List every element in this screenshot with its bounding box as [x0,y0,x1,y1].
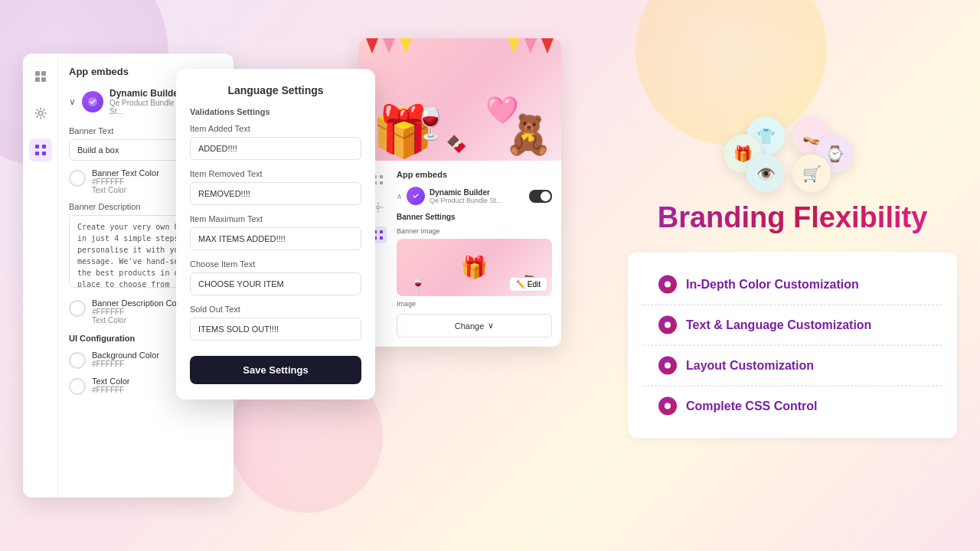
branding-title: Branding Flexibility [628,202,957,234]
wine-bottle-emoji: 🍷 [410,104,450,142]
feature-bullet-2 [658,315,677,334]
svg-rect-6 [42,145,46,148]
center-panel-body: App embeds ∧ Dynamic Builder Qe Product … [358,161,561,347]
modal-field-removed-input[interactable] [190,182,361,205]
center-image-label: Image [397,300,552,308]
modal-field-choose-label: Choose Item Text [190,259,361,269]
modal-field-added-label: Item Added Text [190,124,361,133]
store-banner: 🎁 🍷 🧸 🩷 🍫 [358,38,561,161]
bg-color-swatch[interactable] [69,352,86,369]
right-panel: 👕 👡 🎁 ⌚ 👁️ 🛒 Branding Flexibility [628,113,957,439]
gift-icon: 🎁 [733,145,753,163]
svg-rect-0 [35,71,40,76]
watch-icon: ⌚ [825,145,844,163]
feature-bullet-3 [658,356,677,374]
center-expand-icon[interactable]: ∧ [397,192,402,201]
modal-field-soldout-input[interactable] [190,318,361,341]
main-container: App embeds ∨ Dynamic Builder Qe Product … [0,0,980,551]
center-app-name: Dynamic Builder [430,188,524,197]
svg-rect-2 [35,77,40,82]
feature-text-1: In-Depth Color Customization [686,277,859,291]
svg-rect-18 [380,236,383,240]
modal-title: Language Settings [190,84,361,96]
cluster-icon-cart: 🛒 [792,155,831,193]
bg-color-label: Background Color [92,350,159,360]
banner-desc-color-hex: #FFFFFF [92,308,186,316]
feature-item-4: Complete CSS Control [643,386,942,425]
feature-bullet-inner-4 [665,403,671,409]
banner-text-color-label: Banner Text Color [92,168,159,178]
save-settings-button[interactable]: Save Settings [190,356,361,384]
text-color-info: Text Color #FFFFFF [92,377,130,394]
heart-emoji: 🩷 [485,95,519,126]
center-app-icon [407,187,425,205]
language-settings-modal: Language Settings Validations Settings I… [176,69,375,399]
banner-desc-color-label: Banner Description Color [92,298,186,308]
banner-text-color-hex: #FFFFFF [92,178,159,186]
feature-list: In-Depth Color Customization Text & Lang… [628,252,957,438]
text-color-hex: #FFFFFF [92,386,130,394]
center-app-embed-row: ∧ Dynamic Builder Qe Product Bundle St..… [397,187,552,205]
sidebar-nav [23,54,58,497]
shirt-icon: 👕 [756,127,776,145]
modal-field-max-label: Item Maximum Text [190,214,361,223]
text-color-swatch[interactable] [69,378,86,395]
edit-button-label: Edit [528,280,541,289]
cluster-icon-eye: 👁️ [746,155,785,193]
modal-field-max: Item Maximum Text [190,214,361,250]
feature-bullet-1 [658,275,677,293]
chocolate-emoji: 🍫 [446,135,467,155]
svg-rect-16 [380,230,383,233]
modal-field-added-input[interactable] [190,137,361,160]
preview-bottle-emoji: 🍷 [410,278,426,292]
banner-edit-button[interactable]: ✏️ Edit [509,277,547,292]
banner-text-color-type: Text Color [92,186,159,194]
banner-gift-area: 🎁 🍷 🧸 🩷 🍫 [358,38,561,161]
bg-color-info: Background Color #FFFFFF [92,350,159,368]
modal-field-soldout: Sold Out Text [190,305,361,341]
svg-rect-13 [380,181,383,184]
banner-text-color-swatch[interactable] [69,170,86,187]
center-banner-image-preview: 🎁 🧸 🍷 ✏️ Edit [397,239,552,296]
app-embed-icon [82,91,103,112]
modal-section-title: Validations Settings [190,107,361,116]
feature-item-1: In-Depth Color Customization [643,264,942,305]
feature-item-2: Text & Language Customization [643,305,942,345]
banner-desc-color-swatch[interactable] [69,300,86,317]
svg-point-14 [377,206,380,209]
center-app-embeds-title: App embeds [397,170,552,179]
edit-pencil-icon: ✏️ [516,280,525,289]
center-change-button[interactable]: Change ∨ [397,314,552,337]
preview-gift-emoji: 🎁 [461,255,488,280]
svg-point-4 [38,112,42,116]
center-panel: 🎁 🍷 🧸 🩷 🍫 [358,38,561,347]
modal-field-removed-label: Item Removed Text [190,169,361,178]
sidebar-icon-apps[interactable] [29,139,52,161]
modal-field-max-input[interactable] [190,227,361,250]
banner-text-color-info: Banner Text Color #FFFFFF Text Color [92,168,159,194]
svg-rect-5 [35,145,39,148]
center-toggle[interactable] [529,190,552,203]
banner-desc-color-type: Text Color [92,316,186,324]
center-banner-settings-title: Banner Settings [397,213,552,221]
bg-color-hex: #FFFFFF [92,360,159,368]
chevron-down-icon: ∨ [488,321,494,331]
sidebar-icon-settings[interactable] [29,102,52,125]
text-color-label: Text Color [92,377,130,386]
change-button-label: Change [455,321,485,331]
banner-desc-color-info: Banner Description Color #FFFFFF Text Co… [92,298,186,324]
eye-icon: 👁️ [756,165,776,183]
svg-rect-1 [41,71,46,76]
modal-field-choose-input[interactable] [190,272,361,295]
center-app-subtitle: Qe Product Bundle St... [430,197,524,204]
modal-field-removed: Item Removed Text [190,169,361,205]
expand-icon[interactable]: ∨ [69,96,76,107]
feature-text-3: Layout Customization [686,358,814,372]
center-app-info: Dynamic Builder Qe Product Bundle St... [430,188,524,204]
icons-cluster: 👕 👡 🎁 ⌚ 👁️ 🛒 [628,113,957,190]
modal-field-soldout-label: Sold Out Text [190,305,361,314]
cart-icon: 🛒 [802,165,822,183]
sidebar-icon-grid[interactable] [29,65,52,88]
feature-text-4: Complete CSS Control [686,399,818,412]
svg-rect-11 [380,175,383,178]
